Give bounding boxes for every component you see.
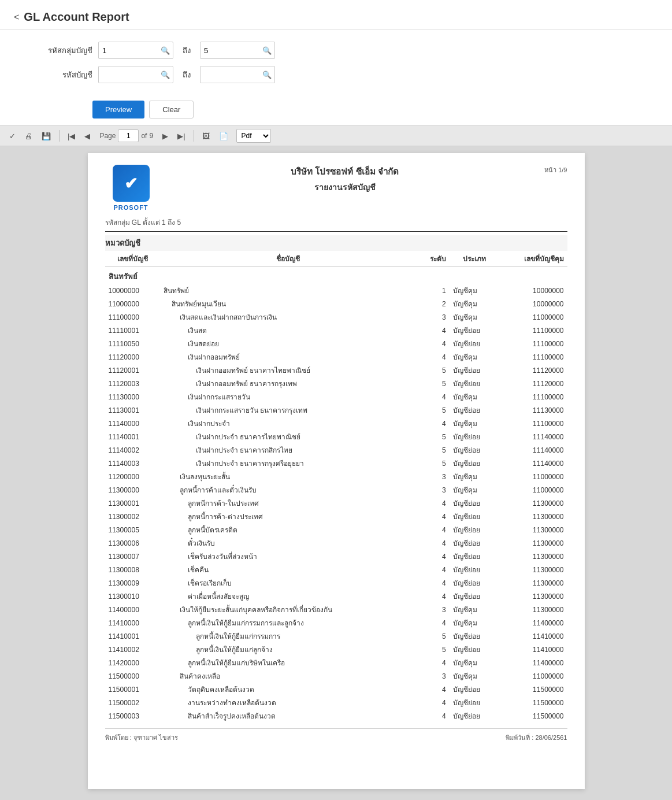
back-button[interactable]: < <box>14 12 19 23</box>
toolbar-img2-btn[interactable]: 📄 <box>216 130 232 142</box>
report-area: ✔ PROSOFT บริษัท โปรซอฟท์ ซีเอ็ม จำกัด ร… <box>0 146 672 800</box>
cell-ledger: 11130000 <box>499 403 567 417</box>
cell-account-no: 11410001 <box>105 629 160 643</box>
toolbar-check-btn[interactable]: ✓ <box>6 130 19 142</box>
cell-account-name: ลูกหนี้เงินให้กู้ยืมแก่กรรมการ <box>160 629 416 643</box>
cell-account-name: ลูกหนี้เงินให้กู้ยืมแก่บริษัทในเครือ <box>160 656 416 669</box>
table-row: 11140000 เงินฝากประจำ 4 บัญชีคุม 1110000… <box>105 417 567 430</box>
toolbar-last-btn[interactable]: ▶| <box>174 130 188 142</box>
cell-ledger: 11410000 <box>499 629 567 643</box>
cell-type: บัญชีย่อย <box>450 510 499 523</box>
cell-account-no: 11300002 <box>105 510 160 523</box>
table-row: 11300000 ลูกหนี้การค้าและตั๋วเงินรับ 3 บ… <box>105 483 567 497</box>
toolbar-next-btn[interactable]: ▶ <box>159 130 172 142</box>
cell-type: บัญชีย่อย <box>450 430 499 443</box>
toolbar-save-btn[interactable]: 💾 <box>38 130 54 142</box>
cell-account-name: เงินฝากกระแสรายวัน <box>160 390 416 403</box>
cell-account-no: 11200000 <box>105 470 160 483</box>
col-account-no: เลขที่บัญชี <box>105 251 160 267</box>
from-group-search-icon[interactable]: 🔍 <box>159 45 171 56</box>
table-row: 11100000 เงินสดและเงินฝากสถาบันการเงิน 3… <box>105 310 567 324</box>
cell-account-name: เงินลงทุนระยะสั้น <box>160 470 416 483</box>
to-group-wrap: 🔍 <box>200 42 275 59</box>
from-account-search-icon[interactable]: 🔍 <box>159 69 171 80</box>
table-row: 11410001 ลูกหนี้เงินให้กู้ยืมแก่กรรมการ … <box>105 629 567 643</box>
col-ledger-no: เลขที่บัญชีคุม <box>499 251 567 267</box>
cell-level: 4 <box>415 656 449 669</box>
cell-level: 4 <box>415 683 449 696</box>
logo-text: PROSOFT <box>113 204 148 211</box>
cell-account-name: เงินสด <box>160 324 416 337</box>
cell-type: บัญชีย่อย <box>450 696 499 709</box>
to-account-search-icon[interactable]: 🔍 <box>261 69 273 80</box>
table-row: 11140002 เงินฝากประจำ ธนาคารกสิกรไทย 5 บ… <box>105 443 567 457</box>
cell-account-no: 11110050 <box>105 337 160 350</box>
table-row: 11120001 เงินฝากออมทรัพย์ ธนาคารไทยพาณิช… <box>105 364 567 377</box>
col-account-name: ชื่อบัญชี <box>160 251 416 267</box>
table-row: 11130001 เงินฝากกระแสรายวัน ธนาคารกรุงเท… <box>105 403 567 417</box>
table-row: 11300006 ตั๋วเงินรับ 4 บัญชีย่อย 1130000… <box>105 536 567 550</box>
cell-account-name: ลูกหนี้เงินให้กู้ยืมแก่ลูกจ้าง <box>160 643 416 656</box>
cell-level: 4 <box>415 590 449 603</box>
table-row: 11420000 ลูกหนี้เงินให้กู้ยืมแก่บริษัทใน… <box>105 656 567 669</box>
table-row: 11000000 สินทรัพย์หมุนเวียน 2 บัญชีคุม 1… <box>105 297 567 310</box>
export-format-select[interactable]: Pdf Excel Word <box>236 129 271 143</box>
cell-account-name: เช็ครับล่วงวันที่ล่วงหน้า <box>160 550 416 563</box>
page-nav: Page of 9 <box>99 129 153 142</box>
cell-account-no: 11300006 <box>105 536 160 550</box>
cell-account-name: เช็คคืน <box>160 563 416 576</box>
category-row: สินทรัพย์ <box>105 267 567 284</box>
cell-level: 3 <box>415 483 449 497</box>
group-code-label: รหัสกลุ่มบัญชี <box>23 45 92 57</box>
cell-level: 5 <box>415 443 449 457</box>
cell-account-name: เงินฝากประจำ ธนาคารไทยพาณิชย์ <box>160 430 416 443</box>
cell-ledger: 11500000 <box>499 709 567 723</box>
of-label: of <box>141 132 147 140</box>
button-row: Preview Clear <box>0 96 672 125</box>
toolbar-print-btn[interactable]: 🖨 <box>21 130 36 142</box>
cell-account-name: ลูกหนี้บัตรเครดิต <box>160 523 416 536</box>
cell-account-no: 11300005 <box>105 523 160 536</box>
report-title-text: รายงานรหัสบัญชี <box>157 181 533 194</box>
page-header: < GL Account Report <box>0 0 672 30</box>
table-row: 11300002 ลูกหนี้การค้า-ต่างประเทศ 4 บัญช… <box>105 510 567 523</box>
toolbar-first-btn[interactable]: |◀ <box>64 130 79 142</box>
cell-account-no: 11300000 <box>105 483 160 497</box>
cell-ledger: 11300000 <box>499 550 567 563</box>
cell-type: บัญชีคุม <box>450 483 499 497</box>
cell-level: 3 <box>415 669 449 683</box>
from-account-wrap: 🔍 <box>98 66 173 83</box>
cell-level: 4 <box>415 696 449 709</box>
logo-check-icon: ✔ <box>124 174 138 193</box>
page-input[interactable] <box>118 129 139 142</box>
cell-level: 5 <box>415 377 449 390</box>
table-row: 11120003 เงินฝากออมทรัพย์ ธนาคารกรุงเทพ … <box>105 377 567 390</box>
toolbar-sep-1 <box>59 130 60 142</box>
cell-ledger: 11140000 <box>499 443 567 457</box>
cell-ledger: 11100000 <box>499 337 567 350</box>
cell-account-name: สินค้าสำเร็จรูปคงเหลือต้นงวด <box>160 709 416 723</box>
table-row: 11410002 ลูกหนี้เงินให้กู้ยืมแก่ลูกจ้าง … <box>105 643 567 656</box>
clear-button[interactable]: Clear <box>149 101 194 118</box>
to-group-search-icon[interactable]: 🔍 <box>261 45 273 56</box>
to-label-1: ถึง <box>183 45 191 57</box>
toolbar-prev-btn[interactable]: ◀ <box>81 130 94 142</box>
toolbar-img1-btn[interactable]: 🖼 <box>199 130 213 142</box>
page-title: GL Account Report <box>24 10 129 24</box>
cell-ledger: 11300000 <box>499 603 567 616</box>
cell-account-no: 11500003 <box>105 709 160 723</box>
table-row: 11110050 เงินสดย่อย 4 บัญชีย่อย 11100000 <box>105 337 567 350</box>
preview-button[interactable]: Preview <box>92 101 144 118</box>
cell-level: 3 <box>415 470 449 483</box>
col-level: ระดับ <box>415 251 449 267</box>
cell-type: บัญชีย่อย <box>450 443 499 457</box>
cell-type: บัญชีย่อย <box>450 457 499 470</box>
cell-account-name: เงินฝากออมทรัพย์ <box>160 350 416 364</box>
cell-account-name: สินทรัพย์หมุนเวียน <box>160 297 416 310</box>
cell-type: บัญชีคุม <box>450 350 499 364</box>
cell-level: 5 <box>415 457 449 470</box>
cell-level: 4 <box>415 390 449 403</box>
to-account-wrap: 🔍 <box>200 66 275 83</box>
cell-account-no: 11500002 <box>105 696 160 709</box>
cell-ledger: 11300000 <box>499 497 567 510</box>
